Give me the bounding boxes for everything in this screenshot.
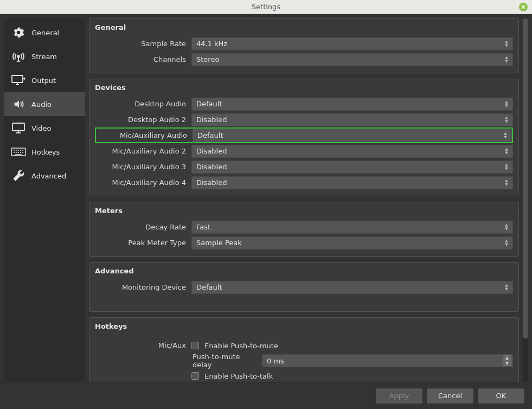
panel-title: Advanced bbox=[95, 267, 513, 275]
chevron-updown-icon: ▲▼ bbox=[503, 99, 510, 110]
chevron-updown-icon: ▲▼ bbox=[503, 282, 510, 293]
sidebar-item-stream[interactable]: Stream bbox=[4, 44, 85, 68]
sidebar-item-audio[interactable]: Audio bbox=[4, 92, 85, 116]
chevron-updown-icon: ▲▼ bbox=[503, 114, 510, 125]
sidebar-item-advanced[interactable]: Advanced bbox=[4, 164, 85, 188]
select-channels[interactable]: Stereo ▲▼ bbox=[191, 53, 513, 66]
label-monitoring-device: Monitoring Device bbox=[95, 283, 191, 291]
panel-devices: Devices Desktop Audio Default ▲▼ Desktop… bbox=[89, 79, 519, 196]
sidebar-item-label: Advanced bbox=[31, 172, 66, 180]
scrollbar-thumb[interactable] bbox=[523, 18, 528, 338]
close-icon[interactable] bbox=[519, 3, 528, 11]
panel-title: Devices bbox=[95, 84, 513, 92]
wrench-icon bbox=[11, 170, 26, 182]
select-mic-aux-3[interactable]: Disabled ▲▼ bbox=[191, 161, 513, 174]
sidebar-item-label: General bbox=[31, 29, 59, 37]
window-title: Settings bbox=[252, 3, 280, 11]
svg-rect-2 bbox=[12, 123, 24, 131]
sidebar-item-general[interactable]: General bbox=[4, 21, 85, 44]
select-peak-type[interactable]: Sample Peak ▲▼ bbox=[191, 237, 513, 250]
select-desktop-audio-2[interactable]: Disabled ▲▼ bbox=[191, 113, 513, 126]
label-mic-aux: Mic/Auxiliary Audio bbox=[96, 131, 193, 139]
label-mic-aux-3: Mic/Auxiliary Audio 3 bbox=[95, 163, 191, 171]
chevron-updown-icon: ▲▼ bbox=[503, 238, 510, 248]
select-mic-aux-4[interactable]: Disabled ▲▼ bbox=[191, 176, 513, 189]
label-hotkey-mic-aux: Mic/Aux bbox=[95, 339, 191, 382]
svg-rect-1 bbox=[12, 75, 23, 82]
scrollbar[interactable] bbox=[523, 18, 528, 382]
sidebar-item-video[interactable]: Video bbox=[4, 116, 85, 140]
select-mic-aux[interactable]: Default ▲▼ bbox=[193, 129, 512, 142]
highlighted-row-mic-aux: Mic/Auxiliary Audio Default ▲▼ bbox=[95, 127, 513, 143]
chevron-down-icon[interactable]: ▼ bbox=[503, 361, 511, 367]
speaker-icon bbox=[11, 98, 26, 110]
panel-title: Meters bbox=[95, 207, 513, 215]
label-mic-aux-4: Mic/Auxiliary Audio 4 bbox=[95, 178, 191, 187]
content-area: General Sample Rate 44.1 kHz ▲▼ Channels bbox=[89, 18, 521, 382]
cancel-button[interactable]: Cancel bbox=[427, 388, 473, 404]
checkbox-enable-push-to-mute[interactable] bbox=[191, 342, 199, 349]
chevron-updown-icon: ▲▼ bbox=[503, 54, 510, 65]
keyboard-icon bbox=[11, 146, 26, 158]
label-decay-rate: Decay Rate bbox=[95, 223, 191, 231]
label-desktop-audio: Desktop Audio bbox=[95, 100, 191, 108]
checkbox-enable-push-to-talk[interactable] bbox=[191, 372, 199, 380]
antenna-icon bbox=[11, 50, 26, 62]
sidebar-item-label: Audio bbox=[31, 100, 52, 108]
chevron-updown-icon: ▲▼ bbox=[503, 177, 510, 188]
sidebar-item-output[interactable]: Output bbox=[4, 68, 85, 92]
label-enable-push-to-talk: Enable Push-to-talk bbox=[204, 372, 273, 380]
panel-hotkeys: Hotkeys Mic/Aux Enable Push-to-mute Push… bbox=[89, 317, 519, 382]
sidebar-item-label: Output bbox=[31, 76, 56, 85]
ok-button[interactable]: OK bbox=[478, 388, 524, 404]
chevron-updown-icon: ▲▼ bbox=[503, 162, 510, 172]
label-peak-type: Peak Meter Type bbox=[95, 239, 191, 247]
sidebar: General Stream Output Audio Video bbox=[4, 18, 85, 382]
select-mic-aux-2[interactable]: Disabled ▲▼ bbox=[191, 145, 513, 158]
title-bar: Settings bbox=[0, 0, 532, 14]
sidebar-item-hotkeys[interactable]: Hotkeys bbox=[4, 140, 85, 164]
label-enable-push-to-mute: Enable Push-to-mute bbox=[204, 342, 278, 350]
monitor-icon bbox=[11, 122, 26, 134]
panel-advanced: Advanced Monitoring Device Default ▲▼ bbox=[89, 262, 519, 312]
label-desktop-audio-2: Desktop Audio 2 bbox=[95, 116, 191, 124]
label-channels: Channels bbox=[95, 55, 191, 63]
select-monitoring-device[interactable]: Default ▲▼ bbox=[191, 281, 513, 294]
chevron-updown-icon: ▲▼ bbox=[503, 222, 510, 233]
chevron-up-icon[interactable]: ▲ bbox=[503, 355, 511, 361]
footer-bar: Apply Cancel OK bbox=[0, 382, 532, 409]
select-sample-rate[interactable]: 44.1 kHz ▲▼ bbox=[191, 37, 513, 50]
gear-icon bbox=[11, 27, 26, 39]
chevron-updown-icon: ▲▼ bbox=[503, 39, 510, 49]
chevron-updown-icon: ▲▼ bbox=[503, 146, 510, 157]
monitor-arrow-icon bbox=[11, 74, 26, 86]
apply-button[interactable]: Apply bbox=[376, 388, 422, 404]
sidebar-item-label: Stream bbox=[31, 53, 57, 61]
label-push-to-mute-delay: Push-to-mute delay bbox=[193, 353, 258, 369]
sidebar-item-label: Video bbox=[31, 124, 51, 132]
panel-title: General bbox=[95, 23, 513, 31]
sidebar-item-label: Hotkeys bbox=[31, 148, 60, 156]
select-desktop-audio[interactable]: Default ▲▼ bbox=[191, 98, 513, 111]
panel-meters: Meters Decay Rate Fast ▲▼ Peak Meter Typ… bbox=[89, 202, 519, 257]
chevron-updown-icon: ▲▼ bbox=[502, 130, 509, 141]
label-mic-aux-2: Mic/Auxiliary Audio 2 bbox=[95, 147, 191, 155]
select-decay-rate[interactable]: Fast ▲▼ bbox=[191, 221, 513, 234]
panel-title: Hotkeys bbox=[95, 322, 513, 330]
spin-push-to-mute-delay[interactable]: 0 ms ▲▼ bbox=[262, 354, 513, 367]
panel-general: General Sample Rate 44.1 kHz ▲▼ Channels bbox=[89, 18, 519, 73]
label-sample-rate: Sample Rate bbox=[95, 40, 191, 48]
